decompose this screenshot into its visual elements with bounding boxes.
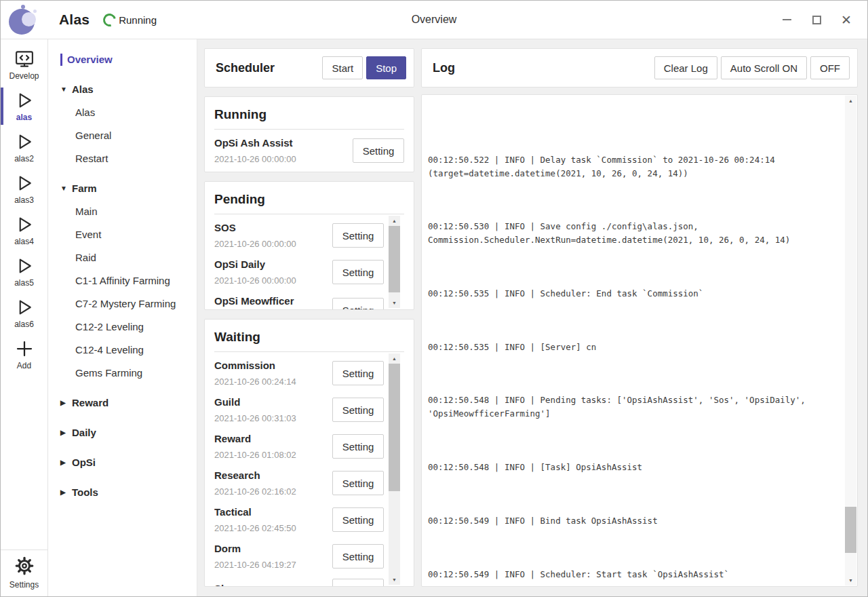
nav-item-c124-leveling[interactable]: C12-4 Leveling [60,343,197,357]
app-logo-icon [7,4,39,35]
play-icon [14,132,35,152]
rail-item-develop[interactable]: Develop [1,45,47,85]
setting-button[interactable]: Setting [332,361,384,385]
rail-item-alas5[interactable]: alas5 [1,252,47,292]
start-button[interactable]: Start [322,56,363,79]
scrollbar-thumb[interactable] [389,364,400,491]
play-icon [14,173,35,193]
scroll-up-icon[interactable]: ▲ [845,96,856,106]
scroll-down-icon[interactable]: ▼ [389,298,400,308]
setting-button[interactable]: Setting [332,223,384,248]
task-name: OpSi Meowfficer Farming [214,294,332,309]
task-name: Shop [214,582,240,586]
nav-group-alas[interactable]: ▼ Alas [60,83,197,96]
close-button[interactable]: ✕ [836,9,856,30]
setting-button[interactable]: Setting [332,260,384,284]
app-title: Alas [59,12,90,28]
tree-arrow-icon: ▶ [60,456,72,469]
menu-sidebar: Overview ▼ Alas Alas General [48,39,197,596]
task-name: Dorm [214,542,296,556]
setting-button[interactable]: Setting [332,398,384,422]
task-row: Tactical 2021-10-26 02:45:50 Setting [214,501,384,538]
window-controls: ✕ [776,9,867,30]
setting-button[interactable]: Setting [332,298,384,309]
task-row: OpSi Meowfficer Farming Setting [214,290,384,309]
auto-scroll-off-button[interactable]: OFF [810,56,850,79]
nav-item-gems-farming[interactable]: Gems Farming [60,366,197,380]
scheduler-title: Scheduler [216,61,322,75]
log-scrollbar[interactable]: ▲ ▼ [845,96,856,585]
log-line: 00:12:50.548 | INFO | [Task] OpsiAshAssi… [428,461,840,474]
minimize-button[interactable] [776,9,797,30]
task-name: Tactical [214,505,296,519]
scroll-down-icon[interactable]: ▼ [845,575,856,585]
tree-arrow-icon: ▶ [60,486,72,499]
log-title: Log [433,61,654,75]
scroll-up-icon[interactable]: ▲ [389,216,400,226]
task-time: 2021-10-26 01:08:02 [214,450,296,461]
titlebar: Alas Running Overview ✕ [1,1,867,39]
pending-scrollbar[interactable]: ▲ ▼ [389,216,400,308]
play-icon [14,90,35,111]
setting-button[interactable]: Setting [332,434,384,459]
setting-button[interactable]: Setting [332,471,384,495]
nav-item-raid[interactable]: Raid [60,251,197,265]
setting-button[interactable]: Setting [332,507,384,532]
waiting-title: Waiting [214,320,404,352]
stop-button[interactable]: Stop [366,56,406,79]
nav-item-overview[interactable]: Overview [60,53,197,66]
pending-title: Pending [214,182,404,214]
maximize-button[interactable] [806,9,827,30]
auto-scroll-on-button[interactable]: Auto Scroll ON [721,56,807,79]
nav-item-c122-leveling[interactable]: C12-2 Leveling [60,320,197,334]
task-time: 2021-10-26 04:19:27 [214,560,296,571]
tree-arrow-icon: ▶ [60,396,72,410]
nav-group-farm[interactable]: ▼ Farm [60,182,197,195]
nav-group-daily[interactable]: ▶ Daily [60,426,197,440]
setting-button[interactable]: Setting [332,544,384,569]
rail-item-alas6[interactable]: alas6 [1,293,47,333]
rail-item-alas4[interactable]: alas4 [1,210,47,250]
task-time: 2021-10-26 00:00:00 [214,239,296,250]
nav-item-general[interactable]: General [60,129,197,142]
play-icon [14,256,35,276]
clear-log-button[interactable]: Clear Log [654,56,717,79]
running-title: Running [214,97,404,130]
status-label: Running [119,14,157,26]
scrollbar-thumb[interactable] [389,226,400,292]
nav-group-reward[interactable]: ▶ Reward [60,396,197,410]
pending-card: Pending SOS 2021-10-26 00:00:00 Set [204,181,414,310]
rail-item-alas[interactable]: alas [1,86,47,126]
scroll-up-icon[interactable]: ▲ [389,353,400,364]
task-name: OpSi Ash Assist [214,136,296,150]
nav-item-c72-mystery-farming[interactable]: C7-2 Mystery Farming [60,297,197,311]
rail-item-alas3[interactable]: alas3 [1,169,47,209]
rail-item-alas2[interactable]: alas2 [1,128,47,168]
log-panel[interactable]: 00:12:50.522 | INFO | Delay task `Commis… [421,94,858,587]
nav-item-event[interactable]: Event [60,228,197,242]
log-line: 00:12:50.530 | INFO | Save config ./conf… [428,220,840,246]
nav-item-restart[interactable]: Restart [60,152,197,166]
log-text: 00:12:50.522 | INFO | Delay task `Commis… [428,100,840,587]
waiting-card: Waiting Commission 2021-10-26 00:24:14 [204,319,414,587]
task-name: OpSi Daily [214,258,296,271]
scrollbar-thumb[interactable] [845,507,856,553]
scheduler-card: Scheduler Start Stop [204,48,414,88]
log-line: 00:12:50.548 | INFO | Pending tasks: ['O… [428,393,840,420]
task-name: SOS [214,221,296,235]
nav-group-opsi[interactable]: ▶ OpSi [60,456,197,469]
nav-item-alas[interactable]: Alas [60,106,197,119]
setting-button[interactable]: Setting [353,138,404,163]
task-time: 2021-10-26 00:00:00 [214,154,296,165]
waiting-scrollbar[interactable]: ▲ ▼ [389,353,400,585]
app-window: Alas Running Overview ✕ [0,0,868,597]
log-line: 00:12:50.549 | INFO | Scheduler: Start t… [428,568,840,581]
nav-item-main[interactable]: Main [60,205,197,218]
log-line: 00:12:50.535 | INFO | Scheduler: End tas… [428,287,840,301]
nav-group-tools[interactable]: ▶ Tools [60,486,197,499]
setting-button[interactable]: Setting [332,579,384,586]
rail-item-add[interactable]: Add [1,334,47,374]
nav-item-c11-affinity-farming[interactable]: C1-1 Affinity Farming [60,274,197,288]
scroll-down-icon[interactable]: ▼ [389,575,400,585]
rail-item-settings[interactable]: Settings [1,550,47,596]
